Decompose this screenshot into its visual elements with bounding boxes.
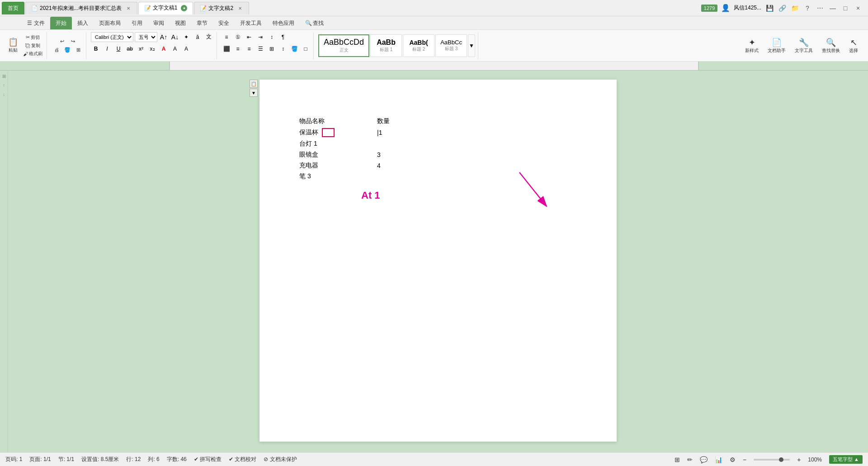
select-button[interactable]: ↖ 选择 xyxy=(846,37,861,55)
indent-increase-button[interactable]: ⇥ xyxy=(255,32,265,42)
ribbon-tab-security[interactable]: 安全 xyxy=(213,17,235,29)
align-center-button[interactable]: ≡ xyxy=(233,44,243,54)
bullet-list-button[interactable]: ≡ xyxy=(222,32,231,42)
superscript-button[interactable]: x² xyxy=(136,44,146,54)
ribbon-tab-chapter[interactable]: 章节 xyxy=(191,17,213,29)
line-spacing-button[interactable]: ↕ xyxy=(278,44,288,54)
redo-button[interactable]: ↪ xyxy=(68,38,78,45)
edit-icon[interactable]: ✏ xyxy=(687,456,693,463)
text-tools-button[interactable]: 🔧 文字工具 xyxy=(792,37,816,55)
char-shade-button[interactable]: A xyxy=(181,44,191,54)
highlight-button[interactable]: A xyxy=(170,44,180,54)
font-grow-button[interactable]: A↑ xyxy=(159,32,169,42)
tab-doc1-close[interactable]: ✕ xyxy=(125,5,132,11)
unsaved-button[interactable]: 💾 xyxy=(765,4,774,13)
doc-assistant-button[interactable]: 📄 文档助手 xyxy=(765,37,788,55)
align-left-button[interactable]: ⬛ xyxy=(222,44,231,54)
help-button[interactable]: ? xyxy=(803,4,812,13)
style-more-button[interactable]: ▼ xyxy=(468,34,475,57)
new-style-button[interactable]: ✦ 新样式 xyxy=(742,37,761,55)
font-shrink-button[interactable]: A↓ xyxy=(170,32,180,42)
zoom-thumb[interactable] xyxy=(779,457,783,462)
subscript-button[interactable]: x₂ xyxy=(147,44,157,54)
status-doc-check[interactable]: ✔ 文档校对 xyxy=(229,456,256,463)
minimize-button[interactable]: — xyxy=(828,4,837,13)
find-replace-button[interactable]: 🔍 查找替换 xyxy=(819,37,843,55)
page-handle-icon[interactable]: 📋 xyxy=(250,80,258,88)
status-spell[interactable]: ✔ 拼写检查 xyxy=(194,456,222,463)
tab-home[interactable]: 首页 xyxy=(2,2,24,14)
undo-button[interactable]: ↩ xyxy=(57,38,67,45)
align-right-button[interactable]: ≡ xyxy=(244,44,254,54)
italic-button[interactable]: I xyxy=(102,44,112,54)
style-normal[interactable]: AaBbCcDd 正文 xyxy=(318,34,369,57)
content-area[interactable]: 📋 ▼ 物品名称 数量 保温杯 xyxy=(8,71,868,452)
more-button[interactable]: ⋯ xyxy=(816,4,825,13)
share-button[interactable]: 🔗 xyxy=(778,4,787,13)
ribbon-tab-insert[interactable]: 插入 xyxy=(72,17,94,29)
tab-doc2-close[interactable]: ● xyxy=(181,5,187,11)
table-row-chongdianqi[interactable]: 充电器 4 xyxy=(296,160,393,171)
tab-doc2[interactable]: 📝 文字文稿1 ● xyxy=(138,2,193,14)
page-handle[interactable]: 📋 ▼ xyxy=(250,80,258,97)
settings-icon[interactable]: ⚙ xyxy=(730,456,736,463)
tab-doc1[interactable]: 📄 2021年拟来湘...考科目要求汇总表 ✕ xyxy=(25,2,137,14)
ribbon-tab-layout[interactable]: 页面布局 xyxy=(94,17,126,29)
maximize-button[interactable]: □ xyxy=(841,4,850,13)
bold-button[interactable]: B xyxy=(91,44,101,54)
style-h2[interactable]: AaBb( 标题 2 xyxy=(403,34,434,57)
tab-doc3[interactable]: 📝 文字文稿2 ✕ xyxy=(194,2,249,14)
underline-button[interactable]: U xyxy=(113,44,123,54)
ribbon-tab-review[interactable]: 审阅 xyxy=(148,17,170,29)
para-mark-button[interactable]: ¶ xyxy=(278,32,288,42)
more-format-button[interactable]: ⊞ xyxy=(73,46,83,54)
border-button[interactable]: □ xyxy=(301,44,311,54)
ribbon-tab-start[interactable]: 开始 xyxy=(50,17,72,29)
shading-button[interactable]: 🪣 xyxy=(289,44,299,54)
table-row-bi[interactable]: 笔 3 xyxy=(296,171,393,182)
tab-doc3-close[interactable]: ✕ xyxy=(237,5,243,11)
paintbucket-button[interactable]: 🪣 xyxy=(62,46,72,54)
page-down-icon[interactable]: ▼ xyxy=(250,89,258,97)
ribbon-tab-dev[interactable]: 开发工具 xyxy=(235,17,267,29)
cut-button[interactable]: ✂ 剪切 xyxy=(22,34,44,41)
new-style-label: 新样式 xyxy=(745,48,759,54)
grid-icon[interactable]: 📊 xyxy=(715,456,722,463)
zoom-in-button[interactable]: + xyxy=(797,456,801,463)
wubi-badge[interactable]: 五笔字型 ▲ xyxy=(829,455,863,464)
align-justify-button[interactable]: ☰ xyxy=(255,44,265,54)
ribbon-tab-view[interactable]: 视图 xyxy=(170,17,191,29)
cell-qty-baowenbei[interactable]: |1 xyxy=(350,127,393,138)
style-h3[interactable]: AaBbCc 标题 3 xyxy=(435,34,467,57)
table-row-baowenbei[interactable]: 保温杯 |1 xyxy=(296,127,393,138)
ribbon-tab-ref[interactable]: 引用 xyxy=(126,17,148,29)
status-doc-protect[interactable]: ⊘ 文档未保护 xyxy=(264,456,297,463)
indent-decrease-button[interactable]: ⇤ xyxy=(244,32,254,42)
table-row-yanjinhe[interactable]: 眼镜盒 3 xyxy=(296,149,393,160)
ribbon-tab-special[interactable]: 特色应用 xyxy=(267,17,300,29)
comment-icon[interactable]: 💬 xyxy=(700,456,708,463)
ribbon-tab-file[interactable]: ☰ 文件 xyxy=(22,17,50,29)
style-h1[interactable]: AaBb 标题 1 xyxy=(370,34,402,57)
zoom-out-button[interactable]: − xyxy=(743,456,746,463)
sort-button[interactable]: ↕ xyxy=(267,32,277,42)
table-row-tadeng[interactable]: 台灯 1 xyxy=(296,138,393,149)
number-list-button[interactable]: ① xyxy=(233,32,243,42)
clear-format-button[interactable]: ✦ xyxy=(181,32,191,42)
pinyin-button[interactable]: ā xyxy=(193,32,203,42)
zoom-slider[interactable] xyxy=(754,459,790,461)
print-button[interactable]: 🖨 xyxy=(52,46,61,54)
font-size-select[interactable]: 五号 xyxy=(135,32,157,42)
copy-button[interactable]: ⿻ 复制 xyxy=(22,42,44,49)
font-color-button[interactable]: A xyxy=(159,44,169,54)
ribbon-tab-find[interactable]: 🔍 查找 xyxy=(300,17,329,29)
wubi-button[interactable]: 文 xyxy=(204,32,214,42)
strikethrough-button[interactable]: ab xyxy=(125,44,135,54)
layout-icon[interactable]: ⊞ xyxy=(675,456,680,463)
folder-button[interactable]: 📁 xyxy=(790,4,799,13)
font-name-select[interactable]: Calibri (正文) xyxy=(91,32,133,42)
close-button[interactable]: × xyxy=(854,4,863,13)
format-painter-button[interactable]: 🖌 格式刷 xyxy=(22,50,44,57)
paste-button[interactable]: 📋 粘贴 xyxy=(6,37,20,54)
col-indent-button[interactable]: ⊞ xyxy=(267,44,277,54)
